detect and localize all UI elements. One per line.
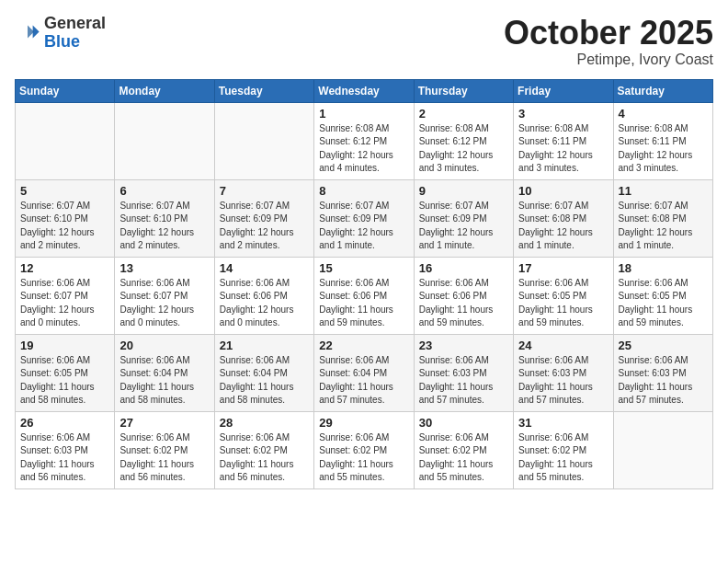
calendar-cell: 19Sunrise: 6:06 AM Sunset: 6:05 PM Dayli… [16, 334, 115, 411]
calendar-cell: 3Sunrise: 6:08 AM Sunset: 6:11 PM Daylig… [514, 102, 613, 179]
calendar-cell: 22Sunrise: 6:06 AM Sunset: 6:04 PM Dayli… [314, 334, 414, 411]
calendar-cell: 23Sunrise: 6:06 AM Sunset: 6:03 PM Dayli… [414, 334, 513, 411]
day-number: 6 [119, 184, 209, 198]
logo-general: General [44, 15, 106, 33]
month-title: October 2025 [504, 15, 713, 52]
day-info: Sunrise: 6:08 AM Sunset: 6:11 PM Dayligh… [619, 122, 708, 176]
calendar-cell: 29Sunrise: 6:06 AM Sunset: 6:02 PM Dayli… [314, 411, 414, 488]
calendar-cell: 15Sunrise: 6:06 AM Sunset: 6:06 PM Dayli… [314, 257, 414, 334]
calendar-cell: 21Sunrise: 6:06 AM Sunset: 6:04 PM Dayli… [214, 334, 313, 411]
calendar-cell: 24Sunrise: 6:06 AM Sunset: 6:03 PM Dayli… [514, 334, 613, 411]
calendar-cell [613, 411, 712, 488]
calendar-cell: 25Sunrise: 6:06 AM Sunset: 6:03 PM Dayli… [613, 334, 712, 411]
day-info: Sunrise: 6:06 AM Sunset: 6:04 PM Dayligh… [319, 354, 408, 408]
location: Petimpe, Ivory Coast [504, 52, 713, 68]
day-number: 13 [119, 261, 209, 275]
day-number: 29 [319, 416, 408, 430]
day-number: 12 [20, 261, 109, 275]
calendar-week-2: 5Sunrise: 6:07 AM Sunset: 6:10 PM Daylig… [16, 179, 713, 257]
calendar-cell: 12Sunrise: 6:06 AM Sunset: 6:07 PM Dayli… [16, 257, 115, 334]
calendar-cell: 20Sunrise: 6:06 AM Sunset: 6:04 PM Dayli… [115, 334, 214, 411]
day-info: Sunrise: 6:06 AM Sunset: 6:03 PM Dayligh… [419, 354, 508, 408]
day-info: Sunrise: 6:06 AM Sunset: 6:02 PM Dayligh… [419, 431, 508, 485]
col-sunday: Sunday [16, 79, 115, 102]
day-info: Sunrise: 6:06 AM Sunset: 6:02 PM Dayligh… [220, 431, 309, 485]
logo-blue: Blue [44, 33, 106, 52]
day-number: 24 [518, 339, 608, 352]
col-thursday: Thursday [414, 79, 513, 102]
day-number: 11 [619, 184, 708, 198]
day-number: 25 [619, 339, 708, 352]
day-number: 8 [319, 184, 408, 198]
day-number: 16 [419, 261, 508, 275]
day-info: Sunrise: 6:06 AM Sunset: 6:07 PM Dayligh… [119, 277, 209, 330]
calendar-cell: 26Sunrise: 6:06 AM Sunset: 6:03 PM Dayli… [16, 411, 115, 488]
day-number: 28 [220, 416, 309, 430]
day-number: 22 [319, 339, 408, 352]
calendar-cell: 1Sunrise: 6:08 AM Sunset: 6:12 PM Daylig… [314, 102, 414, 179]
day-info: Sunrise: 6:06 AM Sunset: 6:04 PM Dayligh… [119, 354, 209, 408]
day-info: Sunrise: 6:08 AM Sunset: 6:12 PM Dayligh… [319, 122, 408, 176]
day-info: Sunrise: 6:06 AM Sunset: 6:03 PM Dayligh… [518, 354, 608, 408]
logo-icon [15, 20, 40, 46]
logo-text: General Blue [44, 15, 106, 52]
calendar-cell: 6Sunrise: 6:07 AM Sunset: 6:10 PM Daylig… [115, 179, 214, 257]
day-info: Sunrise: 6:06 AM Sunset: 6:06 PM Dayligh… [319, 277, 408, 330]
calendar-cell [16, 102, 115, 179]
day-number: 9 [419, 184, 508, 198]
calendar: Sunday Monday Tuesday Wednesday Thursday… [15, 79, 713, 489]
calendar-cell: 5Sunrise: 6:07 AM Sunset: 6:10 PM Daylig… [16, 179, 115, 257]
calendar-cell [214, 102, 313, 179]
day-info: Sunrise: 6:06 AM Sunset: 6:02 PM Dayligh… [518, 431, 608, 485]
title-block: October 2025 Petimpe, Ivory Coast [504, 15, 713, 68]
day-number: 19 [20, 339, 109, 352]
day-number: 23 [419, 339, 508, 352]
calendar-cell: 17Sunrise: 6:06 AM Sunset: 6:05 PM Dayli… [514, 257, 613, 334]
day-info: Sunrise: 6:07 AM Sunset: 6:10 PM Dayligh… [119, 200, 209, 253]
day-info: Sunrise: 6:06 AM Sunset: 6:02 PM Dayligh… [319, 431, 408, 485]
day-info: Sunrise: 6:06 AM Sunset: 6:07 PM Dayligh… [20, 277, 109, 330]
day-number: 21 [220, 339, 309, 352]
day-info: Sunrise: 6:06 AM Sunset: 6:05 PM Dayligh… [518, 277, 608, 330]
day-info: Sunrise: 6:07 AM Sunset: 6:10 PM Dayligh… [20, 200, 109, 253]
header-row: Sunday Monday Tuesday Wednesday Thursday… [16, 79, 713, 102]
calendar-week-4: 19Sunrise: 6:06 AM Sunset: 6:05 PM Dayli… [16, 334, 713, 411]
day-number: 4 [619, 107, 708, 121]
day-info: Sunrise: 6:08 AM Sunset: 6:12 PM Dayligh… [419, 122, 508, 176]
calendar-header: Sunday Monday Tuesday Wednesday Thursday… [16, 79, 713, 102]
day-info: Sunrise: 6:06 AM Sunset: 6:04 PM Dayligh… [220, 354, 309, 408]
day-number: 15 [319, 261, 408, 275]
calendar-week-1: 1Sunrise: 6:08 AM Sunset: 6:12 PM Daylig… [16, 102, 713, 179]
calendar-cell: 11Sunrise: 6:07 AM Sunset: 6:08 PM Dayli… [613, 179, 712, 257]
day-number: 20 [119, 339, 209, 352]
calendar-cell: 4Sunrise: 6:08 AM Sunset: 6:11 PM Daylig… [613, 102, 712, 179]
day-number: 17 [518, 261, 608, 275]
day-number: 31 [518, 416, 608, 430]
calendar-cell: 16Sunrise: 6:06 AM Sunset: 6:06 PM Dayli… [414, 257, 513, 334]
calendar-cell: 18Sunrise: 6:06 AM Sunset: 6:05 PM Dayli… [613, 257, 712, 334]
calendar-cell: 28Sunrise: 6:06 AM Sunset: 6:02 PM Dayli… [214, 411, 313, 488]
calendar-cell: 30Sunrise: 6:06 AM Sunset: 6:02 PM Dayli… [414, 411, 513, 488]
calendar-body: 1Sunrise: 6:08 AM Sunset: 6:12 PM Daylig… [16, 102, 713, 488]
day-info: Sunrise: 6:06 AM Sunset: 6:02 PM Dayligh… [119, 431, 209, 485]
day-info: Sunrise: 6:06 AM Sunset: 6:06 PM Dayligh… [220, 277, 309, 330]
calendar-cell [115, 102, 214, 179]
day-info: Sunrise: 6:08 AM Sunset: 6:11 PM Dayligh… [518, 122, 608, 176]
day-number: 14 [220, 261, 309, 275]
col-monday: Monday [115, 79, 214, 102]
calendar-cell: 10Sunrise: 6:07 AM Sunset: 6:08 PM Dayli… [514, 179, 613, 257]
col-tuesday: Tuesday [214, 79, 313, 102]
day-number: 2 [419, 107, 508, 121]
day-info: Sunrise: 6:07 AM Sunset: 6:08 PM Dayligh… [518, 200, 608, 253]
calendar-cell: 8Sunrise: 6:07 AM Sunset: 6:09 PM Daylig… [314, 179, 414, 257]
day-info: Sunrise: 6:07 AM Sunset: 6:09 PM Dayligh… [220, 200, 309, 253]
day-number: 18 [619, 261, 708, 275]
calendar-cell: 7Sunrise: 6:07 AM Sunset: 6:09 PM Daylig… [214, 179, 313, 257]
day-number: 3 [518, 107, 608, 121]
day-number: 30 [419, 416, 508, 430]
calendar-cell: 31Sunrise: 6:06 AM Sunset: 6:02 PM Dayli… [514, 411, 613, 488]
day-info: Sunrise: 6:06 AM Sunset: 6:05 PM Dayligh… [619, 277, 708, 330]
calendar-cell: 13Sunrise: 6:06 AM Sunset: 6:07 PM Dayli… [115, 257, 214, 334]
day-info: Sunrise: 6:06 AM Sunset: 6:06 PM Dayligh… [419, 277, 508, 330]
calendar-cell: 14Sunrise: 6:06 AM Sunset: 6:06 PM Dayli… [214, 257, 313, 334]
